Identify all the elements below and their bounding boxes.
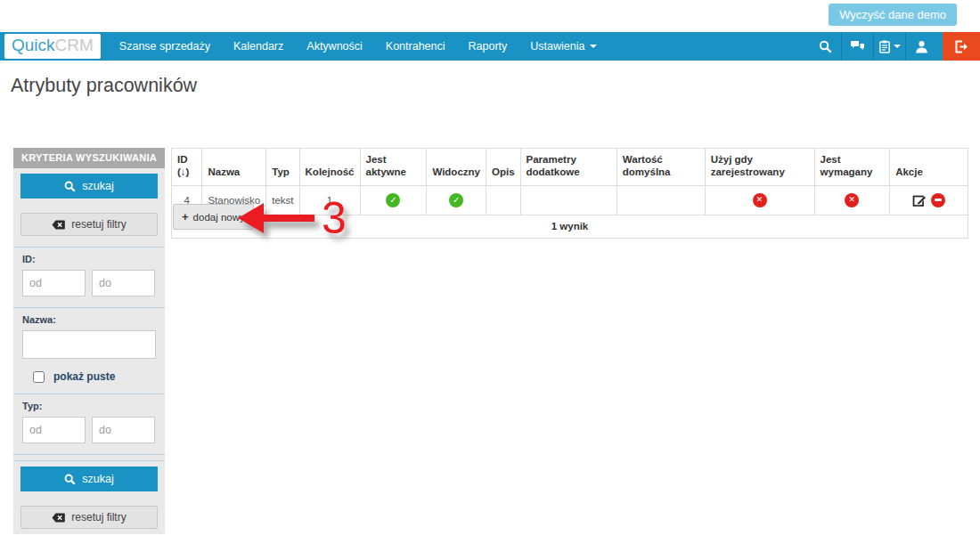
logo-text-secondary: CRM bbox=[55, 36, 94, 54]
cell-active bbox=[360, 185, 427, 215]
cross-circle-icon bbox=[845, 193, 859, 207]
col-header-widoczny[interactable]: Widoczny bbox=[427, 149, 486, 186]
cell-required bbox=[814, 185, 890, 215]
search-icon bbox=[64, 474, 76, 485]
user-icon[interactable] bbox=[905, 32, 937, 61]
filter-section-name: Nazwa: pokaż puste bbox=[13, 308, 165, 383]
logout-button[interactable] bbox=[943, 32, 980, 61]
name-input[interactable] bbox=[22, 330, 156, 359]
main-menu: Szanse sprzedaży Kalendarz Aktywności Ko… bbox=[108, 32, 609, 61]
divider bbox=[13, 454, 165, 455]
type-to-input[interactable] bbox=[92, 417, 155, 443]
show-empty-checkbox[interactable] bbox=[33, 371, 45, 383]
navbar-right-icons bbox=[809, 32, 980, 61]
navbar: QuickCRM Szanse sprzedaży Kalendarz Akty… bbox=[0, 32, 980, 61]
col-header-jest-wymagany[interactable]: Jest wymagany bbox=[814, 149, 890, 186]
nav-item-szanse-sprzedazy[interactable]: Szanse sprzedaży bbox=[108, 32, 222, 61]
nav-item-aktywnosci[interactable]: Aktywności bbox=[295, 32, 374, 61]
col-header-typ[interactable]: Typ bbox=[266, 149, 299, 186]
table-footer-row: 1 wynik bbox=[172, 215, 968, 238]
col-header-opis[interactable]: Opis bbox=[486, 149, 520, 186]
nav-item-kontrahenci[interactable]: Kontrahenci bbox=[374, 32, 457, 61]
col-header-id[interactable]: ID (↓) bbox=[172, 149, 202, 186]
backspace-icon bbox=[52, 220, 65, 230]
col-header-nazwa[interactable]: Nazwa bbox=[202, 149, 266, 186]
type-from-input[interactable] bbox=[22, 417, 86, 443]
chat-icon[interactable] bbox=[841, 32, 873, 61]
logout-icon bbox=[954, 40, 968, 53]
chevron-down-icon bbox=[590, 45, 597, 48]
backspace-icon bbox=[52, 513, 65, 523]
cell-description bbox=[486, 185, 520, 215]
col-header-jest-aktywne[interactable]: Jest aktywne bbox=[360, 149, 427, 186]
cross-circle-icon bbox=[753, 193, 767, 207]
clipboard-icon[interactable] bbox=[873, 32, 905, 61]
check-circle-icon bbox=[386, 193, 400, 207]
plus-icon bbox=[182, 212, 193, 223]
show-empty-label[interactable]: pokaż puste bbox=[53, 370, 115, 383]
cell-visible bbox=[427, 185, 486, 215]
cell-use-when-registered bbox=[705, 185, 814, 215]
check-circle-icon bbox=[449, 193, 463, 207]
results-count: 1 wynik bbox=[172, 215, 968, 238]
col-header-akcje[interactable]: Akcje bbox=[890, 149, 968, 186]
search-button-bottom[interactable]: szukaj bbox=[20, 467, 158, 491]
nav-item-raporty[interactable]: Raporty bbox=[457, 32, 519, 61]
filter-section-id: ID: bbox=[13, 248, 165, 296]
chevron-down-icon bbox=[894, 45, 901, 48]
cell-order: 1 bbox=[299, 185, 360, 215]
reset-filters-button-bottom[interactable]: resetuj filtry bbox=[20, 506, 158, 529]
add-new-button[interactable]: dodaj nowy bbox=[173, 204, 254, 230]
top-strip: Wyczyść dane demo bbox=[0, 0, 980, 32]
id-to-input[interactable] bbox=[92, 270, 155, 296]
search-icon bbox=[64, 181, 76, 192]
app-logo[interactable]: QuickCRM bbox=[4, 34, 101, 60]
clear-demo-data-button[interactable]: Wyczyść dane demo bbox=[829, 4, 957, 26]
cell-actions bbox=[890, 185, 968, 215]
cell-extra-params bbox=[520, 185, 617, 215]
id-filter-label: ID: bbox=[22, 254, 156, 264]
nav-item-ustawienia[interactable]: Ustawienia bbox=[519, 32, 608, 61]
id-from-input[interactable] bbox=[22, 270, 86, 296]
filter-section-type: Typ: bbox=[13, 394, 165, 443]
table-row: 4 Stanowisko tekst 1 bbox=[172, 185, 968, 215]
col-header-uzyj-gdy-zarejestrowany[interactable]: Użyj gdy zarejestrowany bbox=[705, 149, 814, 186]
logo-text-primary: Quick bbox=[12, 36, 55, 54]
attributes-table: ID (↓) Nazwa Typ Kolejność Jest aktywne … bbox=[171, 148, 968, 239]
cell-default-value bbox=[617, 185, 705, 215]
sidebar-header: KRYTERIA WYSZUKIWANIA bbox=[13, 148, 165, 168]
col-header-kolejnosc[interactable]: Kolejność bbox=[299, 149, 360, 186]
name-filter-label: Nazwa: bbox=[22, 314, 156, 325]
search-button-top[interactable]: szukaj bbox=[20, 174, 158, 199]
cell-type: tekst bbox=[266, 185, 299, 215]
search-criteria-sidebar: KRYTERIA WYSZUKIWANIA szukaj resetuj fil… bbox=[13, 148, 165, 534]
page-title: Atrybuty pracowników bbox=[11, 75, 980, 97]
col-header-parametry-dodatkowe[interactable]: Parametry dodatkowe bbox=[520, 149, 617, 186]
delete-icon[interactable] bbox=[931, 193, 945, 207]
type-filter-label: Typ: bbox=[22, 401, 156, 411]
table-header-row: ID (↓) Nazwa Typ Kolejność Jest aktywne … bbox=[172, 149, 968, 186]
search-icon[interactable] bbox=[809, 32, 841, 61]
nav-item-kalendarz[interactable]: Kalendarz bbox=[222, 32, 295, 61]
col-header-wartosc-domyslna[interactable]: Wartość domyślna bbox=[617, 149, 705, 186]
main-content: Atrybuty pracowników KRYTERIA WYSZUKIWAN… bbox=[0, 75, 980, 560]
reset-filters-button-top[interactable]: resetuj filtry bbox=[20, 213, 158, 236]
edit-icon[interactable] bbox=[912, 193, 927, 207]
